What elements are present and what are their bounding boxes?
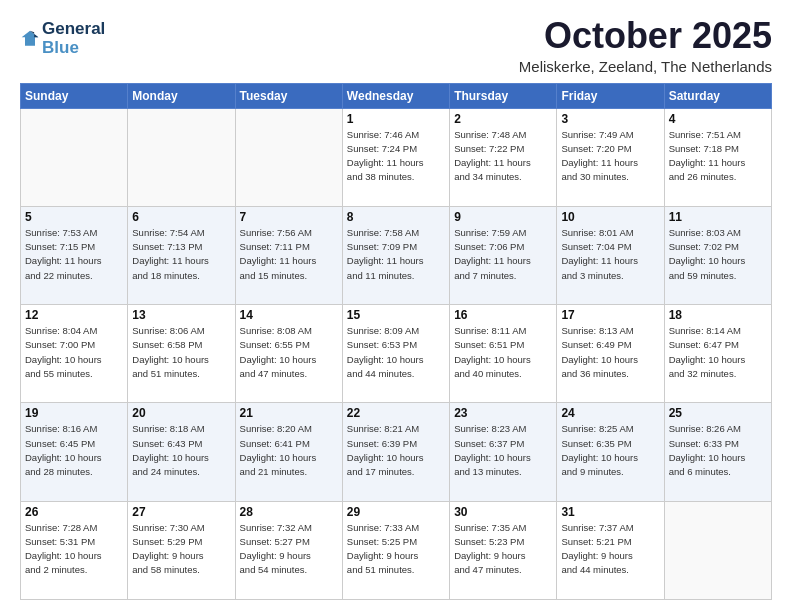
- day-number: 6: [132, 210, 230, 224]
- day-info: Sunrise: 8:09 AMSunset: 6:53 PMDaylight:…: [347, 324, 445, 381]
- col-thursday: Thursday: [450, 83, 557, 108]
- table-row: 18Sunrise: 8:14 AMSunset: 6:47 PMDayligh…: [664, 305, 771, 403]
- table-row: 30Sunrise: 7:35 AMSunset: 5:23 PMDayligh…: [450, 501, 557, 599]
- table-row: 2Sunrise: 7:48 AMSunset: 7:22 PMDaylight…: [450, 108, 557, 206]
- day-info: Sunrise: 7:49 AMSunset: 7:20 PMDaylight:…: [561, 128, 659, 185]
- day-number: 12: [25, 308, 123, 322]
- table-row: 27Sunrise: 7:30 AMSunset: 5:29 PMDayligh…: [128, 501, 235, 599]
- day-info: Sunrise: 7:35 AMSunset: 5:23 PMDaylight:…: [454, 521, 552, 578]
- logo: General Blue: [20, 20, 105, 57]
- table-row: 10Sunrise: 8:01 AMSunset: 7:04 PMDayligh…: [557, 206, 664, 304]
- day-info: Sunrise: 7:54 AMSunset: 7:13 PMDaylight:…: [132, 226, 230, 283]
- col-wednesday: Wednesday: [342, 83, 449, 108]
- location: Meliskerke, Zeeland, The Netherlands: [519, 58, 772, 75]
- day-number: 31: [561, 505, 659, 519]
- table-row: [21, 108, 128, 206]
- table-row: 9Sunrise: 7:59 AMSunset: 7:06 PMDaylight…: [450, 206, 557, 304]
- day-info: Sunrise: 7:32 AMSunset: 5:27 PMDaylight:…: [240, 521, 338, 578]
- day-number: 22: [347, 406, 445, 420]
- day-info: Sunrise: 7:30 AMSunset: 5:29 PMDaylight:…: [132, 521, 230, 578]
- day-info: Sunrise: 8:20 AMSunset: 6:41 PMDaylight:…: [240, 422, 338, 479]
- day-info: Sunrise: 7:58 AMSunset: 7:09 PMDaylight:…: [347, 226, 445, 283]
- day-number: 1: [347, 112, 445, 126]
- day-info: Sunrise: 8:21 AMSunset: 6:39 PMDaylight:…: [347, 422, 445, 479]
- day-number: 26: [25, 505, 123, 519]
- calendar-header-row: Sunday Monday Tuesday Wednesday Thursday…: [21, 83, 772, 108]
- day-info: Sunrise: 7:48 AMSunset: 7:22 PMDaylight:…: [454, 128, 552, 185]
- day-number: 15: [347, 308, 445, 322]
- day-number: 30: [454, 505, 552, 519]
- day-info: Sunrise: 8:18 AMSunset: 6:43 PMDaylight:…: [132, 422, 230, 479]
- day-number: 2: [454, 112, 552, 126]
- table-row: 19Sunrise: 8:16 AMSunset: 6:45 PMDayligh…: [21, 403, 128, 501]
- table-row: 13Sunrise: 8:06 AMSunset: 6:58 PMDayligh…: [128, 305, 235, 403]
- day-number: 9: [454, 210, 552, 224]
- day-info: Sunrise: 7:28 AMSunset: 5:31 PMDaylight:…: [25, 521, 123, 578]
- col-friday: Friday: [557, 83, 664, 108]
- logo-icon: [20, 29, 40, 49]
- day-number: 11: [669, 210, 767, 224]
- title-block: October 2025 Meliskerke, Zeeland, The Ne…: [519, 16, 772, 75]
- table-row: 20Sunrise: 8:18 AMSunset: 6:43 PMDayligh…: [128, 403, 235, 501]
- table-row: 8Sunrise: 7:58 AMSunset: 7:09 PMDaylight…: [342, 206, 449, 304]
- day-info: Sunrise: 8:04 AMSunset: 7:00 PMDaylight:…: [25, 324, 123, 381]
- day-number: 25: [669, 406, 767, 420]
- day-info: Sunrise: 8:08 AMSunset: 6:55 PMDaylight:…: [240, 324, 338, 381]
- table-row: 25Sunrise: 8:26 AMSunset: 6:33 PMDayligh…: [664, 403, 771, 501]
- table-row: 16Sunrise: 8:11 AMSunset: 6:51 PMDayligh…: [450, 305, 557, 403]
- day-info: Sunrise: 8:13 AMSunset: 6:49 PMDaylight:…: [561, 324, 659, 381]
- day-number: 23: [454, 406, 552, 420]
- calendar-table: Sunday Monday Tuesday Wednesday Thursday…: [20, 83, 772, 600]
- day-number: 24: [561, 406, 659, 420]
- day-number: 29: [347, 505, 445, 519]
- day-number: 28: [240, 505, 338, 519]
- month-title: October 2025: [519, 16, 772, 56]
- svg-marker-0: [22, 30, 39, 45]
- day-number: 8: [347, 210, 445, 224]
- day-number: 3: [561, 112, 659, 126]
- day-number: 21: [240, 406, 338, 420]
- day-info: Sunrise: 7:56 AMSunset: 7:11 PMDaylight:…: [240, 226, 338, 283]
- day-info: Sunrise: 8:14 AMSunset: 6:47 PMDaylight:…: [669, 324, 767, 381]
- day-info: Sunrise: 8:23 AMSunset: 6:37 PMDaylight:…: [454, 422, 552, 479]
- day-number: 13: [132, 308, 230, 322]
- col-sunday: Sunday: [21, 83, 128, 108]
- day-info: Sunrise: 7:37 AMSunset: 5:21 PMDaylight:…: [561, 521, 659, 578]
- day-info: Sunrise: 8:26 AMSunset: 6:33 PMDaylight:…: [669, 422, 767, 479]
- table-row: 14Sunrise: 8:08 AMSunset: 6:55 PMDayligh…: [235, 305, 342, 403]
- day-number: 4: [669, 112, 767, 126]
- table-row: 1Sunrise: 7:46 AMSunset: 7:24 PMDaylight…: [342, 108, 449, 206]
- day-number: 14: [240, 308, 338, 322]
- day-number: 20: [132, 406, 230, 420]
- table-row: 3Sunrise: 7:49 AMSunset: 7:20 PMDaylight…: [557, 108, 664, 206]
- table-row: 23Sunrise: 8:23 AMSunset: 6:37 PMDayligh…: [450, 403, 557, 501]
- table-row: 4Sunrise: 7:51 AMSunset: 7:18 PMDaylight…: [664, 108, 771, 206]
- table-row: 17Sunrise: 8:13 AMSunset: 6:49 PMDayligh…: [557, 305, 664, 403]
- col-saturday: Saturday: [664, 83, 771, 108]
- day-info: Sunrise: 8:25 AMSunset: 6:35 PMDaylight:…: [561, 422, 659, 479]
- logo-text: General Blue: [42, 20, 105, 57]
- table-row: 31Sunrise: 7:37 AMSunset: 5:21 PMDayligh…: [557, 501, 664, 599]
- day-info: Sunrise: 7:51 AMSunset: 7:18 PMDaylight:…: [669, 128, 767, 185]
- day-info: Sunrise: 8:06 AMSunset: 6:58 PMDaylight:…: [132, 324, 230, 381]
- table-row: 11Sunrise: 8:03 AMSunset: 7:02 PMDayligh…: [664, 206, 771, 304]
- day-number: 7: [240, 210, 338, 224]
- day-number: 5: [25, 210, 123, 224]
- day-info: Sunrise: 8:01 AMSunset: 7:04 PMDaylight:…: [561, 226, 659, 283]
- table-row: [235, 108, 342, 206]
- table-row: 7Sunrise: 7:56 AMSunset: 7:11 PMDaylight…: [235, 206, 342, 304]
- table-row: 12Sunrise: 8:04 AMSunset: 7:00 PMDayligh…: [21, 305, 128, 403]
- calendar-week-row: 5Sunrise: 7:53 AMSunset: 7:15 PMDaylight…: [21, 206, 772, 304]
- day-info: Sunrise: 7:33 AMSunset: 5:25 PMDaylight:…: [347, 521, 445, 578]
- day-number: 16: [454, 308, 552, 322]
- day-info: Sunrise: 7:53 AMSunset: 7:15 PMDaylight:…: [25, 226, 123, 283]
- calendar-week-row: 1Sunrise: 7:46 AMSunset: 7:24 PMDaylight…: [21, 108, 772, 206]
- day-info: Sunrise: 7:46 AMSunset: 7:24 PMDaylight:…: [347, 128, 445, 185]
- table-row: 26Sunrise: 7:28 AMSunset: 5:31 PMDayligh…: [21, 501, 128, 599]
- table-row: 29Sunrise: 7:33 AMSunset: 5:25 PMDayligh…: [342, 501, 449, 599]
- day-number: 17: [561, 308, 659, 322]
- day-number: 19: [25, 406, 123, 420]
- day-number: 18: [669, 308, 767, 322]
- day-info: Sunrise: 8:03 AMSunset: 7:02 PMDaylight:…: [669, 226, 767, 283]
- header: General Blue October 2025 Meliskerke, Ze…: [20, 16, 772, 75]
